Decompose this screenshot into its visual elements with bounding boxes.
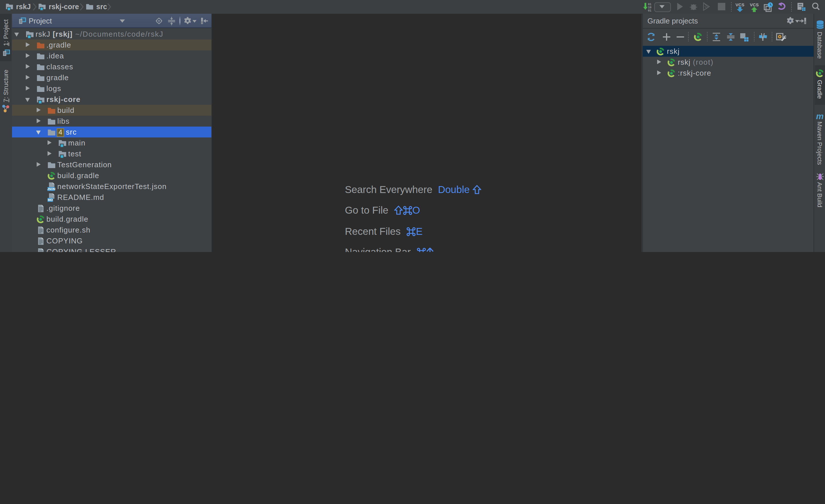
- svg-text:10: 10: [648, 6, 652, 9]
- svg-text:VCS: VCS: [750, 2, 759, 7]
- svg-text:01: 01: [648, 3, 652, 6]
- svg-text:01: 01: [648, 9, 652, 12]
- svg-text:VCS: VCS: [736, 2, 745, 7]
